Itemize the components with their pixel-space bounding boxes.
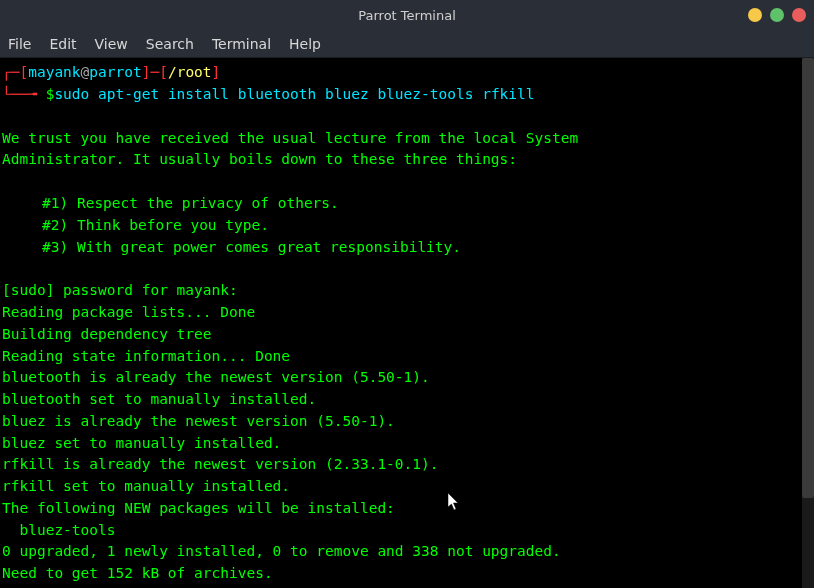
menu-file[interactable]: File bbox=[8, 36, 31, 52]
prompt-sep: ]─[ bbox=[142, 62, 168, 84]
output-line: 0 upgraded, 1 newly installed, 0 to remo… bbox=[2, 541, 812, 563]
output-line: bluez is already the newest version (5.5… bbox=[2, 411, 812, 433]
command-text: sudo apt-get install bluetooth bluez blu… bbox=[54, 84, 534, 106]
output-rule: #2) Think before you type. bbox=[2, 215, 812, 237]
mouse-cursor-icon bbox=[448, 493, 462, 518]
output-line: Reading state information... Done bbox=[2, 346, 812, 368]
minimize-button[interactable] bbox=[748, 8, 762, 22]
prompt-host: parrot bbox=[89, 62, 141, 84]
prompt-dollar: $ bbox=[46, 84, 55, 106]
prompt-line-2: └──╼ $sudo apt-get install bluetooth blu… bbox=[2, 84, 812, 106]
prompt-at: @ bbox=[81, 62, 90, 84]
output-line: The following NEW packages will be insta… bbox=[2, 498, 812, 520]
prompt-path: /root bbox=[168, 62, 212, 84]
output-line: We trust you have received the usual lec… bbox=[2, 128, 812, 150]
menu-search[interactable]: Search bbox=[146, 36, 194, 52]
menu-view[interactable]: View bbox=[95, 36, 128, 52]
terminal-area[interactable]: ┌─[mayank@parrot]─[/root] └──╼ $sudo apt… bbox=[0, 58, 814, 588]
prompt-bracket: ┌─[ bbox=[2, 62, 28, 84]
output-line: bluez-tools bbox=[2, 520, 812, 542]
blank-line bbox=[2, 106, 812, 128]
scrollbar-thumb[interactable] bbox=[802, 58, 814, 498]
output-line: Building dependency tree bbox=[2, 324, 812, 346]
output-line: bluetooth is already the newest version … bbox=[2, 367, 812, 389]
prompt-prefix: └──╼ bbox=[2, 84, 46, 106]
output-line: Administrator. It usually boils down to … bbox=[2, 149, 812, 171]
output-line: rfkill set to manually installed. bbox=[2, 476, 812, 498]
blank-line bbox=[2, 258, 812, 280]
window-title: Parrot Terminal bbox=[358, 8, 456, 23]
menubar: File Edit View Search Terminal Help bbox=[0, 30, 814, 58]
window-controls bbox=[748, 8, 806, 22]
scrollbar[interactable] bbox=[802, 58, 814, 588]
output-line: Need to get 152 kB of archives. bbox=[2, 563, 812, 585]
maximize-button[interactable] bbox=[770, 8, 784, 22]
menu-terminal[interactable]: Terminal bbox=[212, 36, 271, 52]
menu-edit[interactable]: Edit bbox=[49, 36, 76, 52]
output-line: rfkill is already the newest version (2.… bbox=[2, 454, 812, 476]
output-rule: #1) Respect the privacy of others. bbox=[2, 193, 812, 215]
blank-line bbox=[2, 171, 812, 193]
output-line: bluez set to manually installed. bbox=[2, 433, 812, 455]
prompt-user: mayank bbox=[28, 62, 80, 84]
titlebar: Parrot Terminal bbox=[0, 0, 814, 30]
output-line: Reading package lists... Done bbox=[2, 302, 812, 324]
menu-help[interactable]: Help bbox=[289, 36, 321, 52]
prompt-line-1: ┌─[mayank@parrot]─[/root] bbox=[2, 62, 812, 84]
output-rule: #3) With great power comes great respons… bbox=[2, 237, 812, 259]
close-button[interactable] bbox=[792, 8, 806, 22]
prompt-bracket-end: ] bbox=[212, 62, 221, 84]
output-line: bluetooth set to manually installed. bbox=[2, 389, 812, 411]
output-line: [sudo] password for mayank: bbox=[2, 280, 812, 302]
